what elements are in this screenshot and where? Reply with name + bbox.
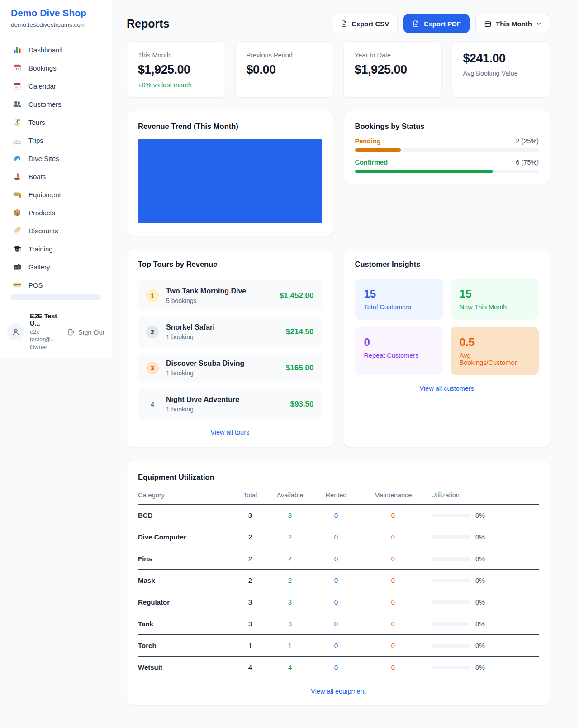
header-actions: Export CSV Export PDF This Month: [332, 14, 550, 33]
status-bar-track: [355, 170, 539, 173]
view-all-customers-link[interactable]: View all customers: [355, 385, 539, 392]
sidebar-item-active-partial[interactable]: [11, 294, 101, 300]
brand-name: Demo Dive Shop: [11, 8, 101, 19]
cell-category: Tank: [138, 620, 224, 628]
tour-row: 4 Night Dive Adventure 1 booking $93.50: [138, 389, 322, 419]
tile-label: Total Customers: [364, 303, 434, 311]
tear-calendar-icon: [13, 81, 22, 90]
table-row: Wetsuit 4 4 0 0 0%: [138, 657, 539, 678]
sidebar-item-training[interactable]: Training: [5, 240, 106, 258]
cell-available: 3: [276, 620, 304, 628]
cell-utilization: 0%: [418, 512, 539, 519]
user-section: E2E Test U... e2e-tester@... Owner Sign …: [0, 307, 112, 358]
cell-category: Dive Computer: [138, 533, 224, 541]
sidebar-item-dive-sites[interactable]: Dive Sites: [5, 149, 106, 167]
wave-icon: [13, 154, 22, 163]
sidebar-item-gallery[interactable]: Gallery: [5, 258, 106, 276]
stat-label: This Month: [138, 52, 214, 59]
cell-total: 3: [224, 511, 276, 519]
brand-domain: demo.test.divestreams.com: [11, 21, 101, 28]
sidebar-item-products[interactable]: Products: [5, 203, 106, 222]
utilization-bar-track: [431, 622, 470, 626]
stat-label: Year to Date: [355, 52, 431, 59]
status-bar-fill: [355, 170, 493, 173]
cell-rented: 0: [304, 533, 369, 541]
cell-rented: 0: [304, 642, 369, 649]
cell-category: BCD: [138, 511, 224, 519]
sidebar-item-dashboard[interactable]: Dashboard: [5, 41, 106, 59]
tour-bookings: 1 booking: [166, 369, 244, 377]
tour-list: 1 Two Tank Morning Dive 5 bookings $1,45…: [138, 280, 322, 419]
stat-value: $1,925.00: [355, 63, 431, 77]
island-icon: [13, 118, 22, 127]
calendar-icon: [484, 20, 492, 28]
sidebar-item-trips[interactable]: Trips: [5, 131, 106, 149]
cell-category: Fins: [138, 555, 224, 563]
sidebar-item-calendar[interactable]: Calendar: [5, 77, 106, 95]
top-tours-card: Top Tours by Revenue 1 Two Tank Morning …: [127, 249, 333, 447]
cell-utilization: 0%: [418, 555, 539, 563]
cell-rented: 0: [304, 598, 369, 606]
stat-value: $0.00: [247, 63, 323, 77]
period-dropdown[interactable]: This Month: [475, 14, 550, 33]
cell-rented: 0: [304, 555, 369, 563]
cell-category: Regulator: [138, 598, 224, 606]
stat-delta: +0% vs last month: [138, 81, 214, 89]
insight-tiles: 15 Total Customers 15 New This Month 0 R…: [355, 279, 539, 375]
stat-card-avg-booking-value: $241.00 Avg Booking Value: [452, 41, 551, 98]
tour-bookings: 1 booking: [166, 406, 239, 413]
cell-rented: 0: [304, 511, 369, 519]
export-pdf-button[interactable]: Export PDF: [403, 14, 470, 33]
user-name: E2E Test U...: [30, 312, 62, 327]
stat-value: $1,925.00: [138, 63, 214, 77]
sidebar-item-label: Dive Sites: [28, 155, 59, 162]
tour-revenue: $93.50: [290, 400, 314, 409]
cell-available: 4: [276, 663, 304, 671]
sign-out-label: Sign Out: [78, 328, 104, 336]
cell-total: 1: [224, 642, 276, 649]
cell-available: 2: [276, 533, 304, 541]
page-title: Reports: [127, 17, 169, 30]
tile-label: Repeat Customers: [364, 352, 434, 359]
period-label: This Month: [496, 20, 532, 28]
sidebar-item-tours[interactable]: Tours: [5, 113, 106, 131]
cell-utilization: 0%: [418, 664, 539, 671]
insight-tile-total-customers: 15 Total Customers: [355, 279, 443, 320]
tile-value: 0.5: [460, 336, 530, 349]
view-all-tours-link[interactable]: View all tours: [138, 429, 322, 436]
table-row: Mask 2 2 0 0 0%: [138, 570, 539, 591]
cell-available: 3: [276, 511, 304, 519]
status-count: 2 (25%): [516, 137, 539, 145]
utilization-bar-track: [431, 666, 470, 669]
view-all-equipment-link[interactable]: View all equipment: [138, 688, 539, 695]
utilization-bar-track: [431, 600, 470, 604]
calendar-date-icon: 17: [13, 63, 22, 72]
table-row: Regulator 3 3 0 0 0%: [138, 591, 539, 613]
file-download-icon: [340, 20, 348, 28]
sidebar-item-discounts[interactable]: Discounts: [5, 222, 106, 240]
sidebar-item-bookings[interactable]: 17 Bookings: [5, 59, 106, 77]
stat-label: Previous Period: [247, 52, 323, 59]
cell-total: 2: [224, 577, 276, 584]
export-csv-label: Export CSV: [352, 20, 389, 28]
sidebar-item-customers[interactable]: Customers: [5, 95, 106, 113]
tour-revenue: $165.00: [286, 364, 313, 373]
sidebar-item-boats[interactable]: Boats: [5, 167, 106, 185]
sidebar-item-pos[interactable]: POS: [5, 276, 106, 294]
col-header-category: Category: [138, 492, 224, 499]
sign-out-button[interactable]: Sign Out: [67, 328, 104, 336]
sidebar-item-label: Bookings: [28, 64, 57, 72]
cell-maintenance: 0: [369, 533, 418, 541]
cell-total: 3: [224, 620, 276, 628]
export-csv-button[interactable]: Export CSV: [332, 14, 398, 33]
cell-maintenance: 0: [369, 620, 418, 628]
svg-text:17: 17: [15, 67, 19, 71]
cell-utilization: 0%: [418, 577, 539, 584]
stat-label: Avg Booking Value: [463, 70, 539, 77]
table-row: Tank 3 3 0 0 0%: [138, 613, 539, 635]
revenue-trend-card: Revenue Trend (This Month): [127, 111, 333, 236]
sidebar-item-label: POS: [28, 281, 43, 289]
sidebar-item-equipment[interactable]: Equipment: [5, 185, 106, 203]
customer-insights-title: Customer Insights: [355, 260, 539, 269]
sidebar-item-label: Gallery: [28, 263, 50, 271]
